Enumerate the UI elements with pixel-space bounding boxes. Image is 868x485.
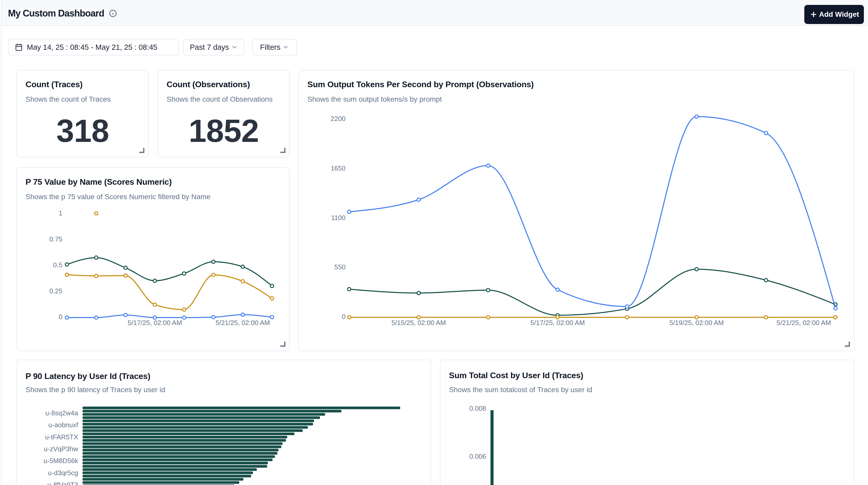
svg-text:550: 550 [335, 263, 346, 271]
svg-text:5/21/25, 02:00 AM: 5/21/25, 02:00 AM [216, 319, 270, 327]
svg-text:5/17/25, 02:00 AM: 5/17/25, 02:00 AM [128, 319, 182, 327]
svg-text:1650: 1650 [331, 164, 346, 172]
svg-text:5/19/25, 02:00 AM: 5/19/25, 02:00 AM [670, 319, 724, 327]
svg-text:1: 1 [59, 209, 62, 217]
svg-text:0.008: 0.008 [469, 404, 486, 412]
svg-text:5/17/25, 02:00 AM: 5/17/25, 02:00 AM [530, 319, 585, 327]
svg-text:u-8sq2w4a: u-8sq2w4a [45, 409, 79, 417]
svg-text:0.006: 0.006 [469, 453, 486, 460]
svg-text:0: 0 [59, 313, 62, 321]
svg-text:u-aobnuxf: u-aobnuxf [48, 421, 78, 429]
svg-text:0.5: 0.5 [53, 261, 62, 269]
svg-text:u-8fVa9T3: u-8fVa9T3 [48, 481, 78, 485]
svg-text:u-tFAR5TX: u-tFAR5TX [45, 433, 78, 441]
svg-text:5/21/25, 02:00 AM: 5/21/25, 02:00 AM [776, 319, 831, 327]
svg-text:u-5M8D56k: u-5M8D56k [43, 457, 79, 465]
svg-text:0.75: 0.75 [49, 235, 62, 243]
svg-text:u-zVqP3hw: u-zVqP3hw [44, 445, 78, 453]
svg-text:0.25: 0.25 [49, 287, 62, 295]
svg-text:0: 0 [342, 313, 346, 321]
svg-text:1100: 1100 [331, 214, 346, 222]
svg-text:u-d3qr5cg: u-d3qr5cg [48, 469, 78, 477]
svg-text:2200: 2200 [331, 115, 346, 123]
svg-text:5/15/25, 02:00 AM: 5/15/25, 02:00 AM [392, 319, 446, 327]
